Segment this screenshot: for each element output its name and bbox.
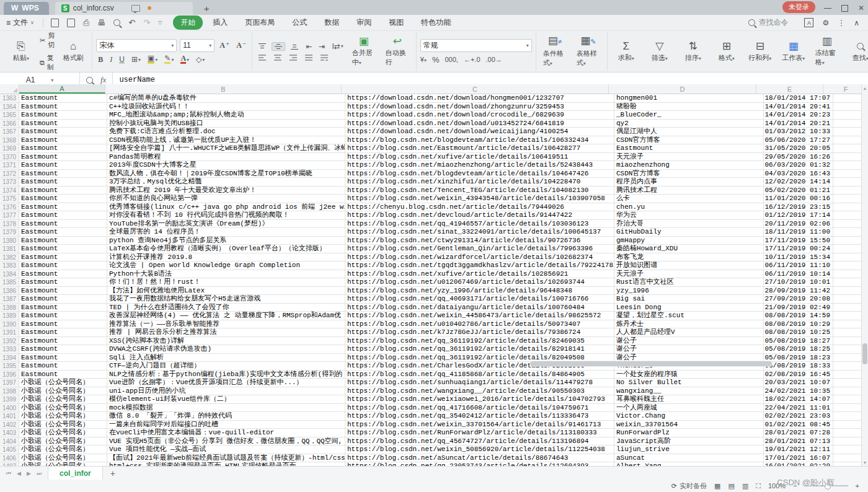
cell-title[interactable]: 推荐 | 网易云音乐分析之推荐算法 bbox=[107, 328, 345, 337]
task-pane-icon[interactable]: A bbox=[804, 18, 813, 27]
cell-username[interactable]: Eastmount bbox=[19, 253, 107, 262]
screen-cast-icon[interactable] bbox=[131, 5, 140, 12]
cell-title[interactable]: C++垃圾回收站源代码！！ bbox=[107, 103, 345, 112]
cell-date[interactable]: 04/03/2020 16:43 bbox=[764, 170, 833, 178]
cell-title[interactable]: 免费下载:C语言难点分析整理.doc bbox=[107, 128, 345, 136]
row-number[interactable]: 1386 bbox=[0, 287, 19, 296]
font-size-select[interactable]: 11▾ bbox=[180, 39, 215, 52]
lookup-icon[interactable] bbox=[86, 77, 93, 84]
row-number[interactable]: 1400 bbox=[0, 404, 19, 413]
cell-title[interactable]: NLP之情感分析：基于python编程(jieba库)实现中文文本情感分析(得到… bbox=[107, 371, 345, 379]
cell-author[interactable]: 谢公子 bbox=[614, 337, 764, 346]
realtime-backup-button[interactable]: ⟳ 实时备份 bbox=[671, 481, 707, 491]
minimize-button[interactable]: — bbox=[824, 4, 831, 12]
cell-username[interactable]: 小歌谣（公众号同名） bbox=[19, 404, 107, 413]
cell-author[interactable]: Big sai bbox=[614, 295, 764, 304]
cell-author[interactable]: No Silver Bullet bbox=[614, 379, 764, 387]
cell-date[interactable]: 02/02/2021 23:03 bbox=[764, 412, 833, 421]
cut-button[interactable]: ✂剪切 bbox=[40, 31, 55, 50]
cell-username[interactable]: 小歌谣（公众号同名） bbox=[19, 412, 107, 421]
increase-indent-icon[interactable]: ⇥ bbox=[317, 42, 327, 51]
cell-date[interactable]: 18/02/2021 14:07 bbox=[764, 395, 833, 404]
row-number[interactable]: 1390 bbox=[0, 320, 19, 329]
cell-username[interactable]: Eastmount bbox=[19, 211, 107, 220]
cell-author[interactable]: 偶是江湖中人 bbox=[614, 128, 764, 136]
row-number[interactable]: 1397 bbox=[0, 379, 19, 387]
cell-date[interactable]: 14/01/2014 20:23 bbox=[764, 111, 833, 120]
add-sheet-button[interactable]: + bbox=[103, 468, 123, 478]
borders-button[interactable]: ⊞▾ bbox=[130, 55, 143, 64]
redo-icon[interactable]: ↷ bbox=[143, 18, 150, 27]
cell-author[interactable]: 一个处女座的程序猿 bbox=[614, 371, 764, 379]
cell-title[interactable]: TED | 为什么在舒适圈待久了会毁了你 bbox=[107, 304, 345, 312]
cell-username[interactable]: Eastmount bbox=[19, 312, 107, 320]
cell-title[interactable]: Vue 项目性能优化 —实战—面试 bbox=[107, 446, 345, 454]
percent-icon[interactable]: % bbox=[432, 55, 440, 64]
cell-date[interactable]: 17/01/2021 16:07 bbox=[764, 454, 833, 463]
close-button[interactable]: ✕ bbox=[858, 4, 864, 12]
wrap-text-button[interactable]: ↩ 自动换行 bbox=[383, 35, 412, 68]
find-button[interactable]: 查找▾ bbox=[846, 40, 868, 64]
cell-author[interactable]: 布客飞龙 bbox=[614, 253, 764, 262]
cell-url[interactable]: https://download.csdn.net/download/u0134… bbox=[345, 120, 614, 128]
cell-author[interactable]: 炼丹术士 bbox=[614, 320, 764, 329]
cell-date[interactable]: 12/02/2020 14:14 bbox=[764, 178, 833, 187]
sheet-tab-col-infor[interactable]: col_infor bbox=[48, 467, 103, 480]
cell-username[interactable]: Eastmount bbox=[19, 120, 107, 128]
more-options-icon[interactable]: ⋮ bbox=[838, 19, 845, 27]
cell-url[interactable]: https://blog.csdn.net/miaozhenzhong/arti… bbox=[345, 161, 614, 170]
row-number[interactable]: 1378 bbox=[0, 220, 19, 229]
cell-url[interactable]: https://blog.csdn.net/qq_40693171/articl… bbox=[345, 295, 614, 304]
text-direction-icon[interactable]: I⇄▾ bbox=[330, 42, 345, 51]
cell-title[interactable]: 你！们！居！然！用！rust！ bbox=[107, 278, 345, 287]
cell-url[interactable]: https://download.csdn.net/download/hongm… bbox=[345, 94, 614, 103]
row-number[interactable]: 1393 bbox=[0, 345, 19, 354]
cell-username[interactable]: Eastmount bbox=[19, 195, 107, 203]
cell-date[interactable]: 24/02/2021 10:35 bbox=[764, 387, 833, 396]
number-format-select[interactable]: 常规▾ bbox=[420, 39, 532, 52]
tab-home[interactable]: 开始 bbox=[173, 15, 203, 30]
scroll-up-icon[interactable]: ▲ bbox=[862, 84, 868, 92]
cell-date[interactable]: 28/09/2019 11:42 bbox=[764, 287, 833, 296]
row-number[interactable]: 1381 bbox=[0, 245, 19, 253]
cell-title[interactable]: Vue进阶（幺捌零）：Vue优质开源项目汇总（持续更新中...） bbox=[107, 379, 345, 387]
row-number[interactable]: 1394 bbox=[0, 354, 19, 362]
cell-title[interactable]: VUE 实现H5页面（非公众号）分享到 微信好友，微信朋友圈，QQ，QQ空间, bbox=[107, 437, 345, 446]
column-header-d[interactable]: D bbox=[609, 84, 756, 94]
cell-date[interactable]: 29/05/2020 16:26 bbox=[764, 153, 833, 162]
row-number[interactable]: 1406 bbox=[0, 454, 19, 463]
cell-username[interactable]: Eastmount bbox=[19, 261, 107, 270]
cell-author[interactable]: aSuncat bbox=[614, 454, 764, 463]
cell-author[interactable]: 凝望，划过星空.scut bbox=[614, 312, 764, 320]
cell-date[interactable]: 20/11/2019 02:06 bbox=[764, 220, 833, 229]
row-number[interactable]: 1392 bbox=[0, 337, 19, 346]
row-number[interactable]: 1367 bbox=[0, 128, 19, 136]
cell-author[interactable]: 么卡 bbox=[614, 195, 764, 203]
cell-username[interactable]: Eastmount bbox=[19, 178, 107, 187]
cell-username[interactable]: Eastmount bbox=[19, 287, 107, 296]
increase-decimal-icon[interactable]: ←+.0 bbox=[464, 56, 480, 63]
row-number[interactable]: 1364 bbox=[0, 103, 19, 112]
cell-username[interactable]: Eastmount bbox=[19, 136, 107, 145]
row-number[interactable]: 1379 bbox=[0, 228, 19, 237]
cell-username[interactable]: Eastmount bbox=[19, 270, 107, 279]
cell-date[interactable]: 01/02/2021 08:45 bbox=[764, 421, 833, 429]
row-number[interactable]: 1369 bbox=[0, 144, 19, 153]
row-number[interactable]: 1395 bbox=[0, 362, 19, 371]
cell-author[interactable]: CSDN官方博客 bbox=[614, 136, 764, 145]
cell-title[interactable]: Pandas简明教程 bbox=[107, 153, 345, 162]
row-number[interactable]: 1382 bbox=[0, 253, 19, 262]
cell-title[interactable]: 模仿element-ui封装vue组件库（二） bbox=[107, 395, 345, 404]
justify-button[interactable] bbox=[303, 54, 315, 61]
cell-author[interactable]: 程序员内点事 bbox=[614, 178, 764, 187]
row-number[interactable]: 1403 bbox=[0, 429, 19, 437]
cell-author[interactable]: 耳鼻喉科魏主任 bbox=[614, 395, 764, 404]
row-number[interactable]: 1404 bbox=[0, 437, 19, 446]
cell-date[interactable]: 16/12/2019 23:15 bbox=[764, 203, 833, 212]
cell-url[interactable]: https://blog.csdn.net/wizardforcel/artic… bbox=[345, 253, 614, 262]
output-pdf-icon[interactable]: ⎙ bbox=[83, 18, 89, 28]
cell-date[interactable]: 10/11/2019 15:34 bbox=[764, 253, 833, 262]
cell-title[interactable]: LaTeX基本命令使用教程（清晰实例）（Overleaf平台）（论文排版） bbox=[107, 245, 345, 253]
cell-title[interactable]: MFC_地图滚动&amp;amp;鼠标控制人物走动 bbox=[107, 111, 345, 120]
clear-format-button[interactable]: ◇▾ bbox=[194, 55, 206, 64]
